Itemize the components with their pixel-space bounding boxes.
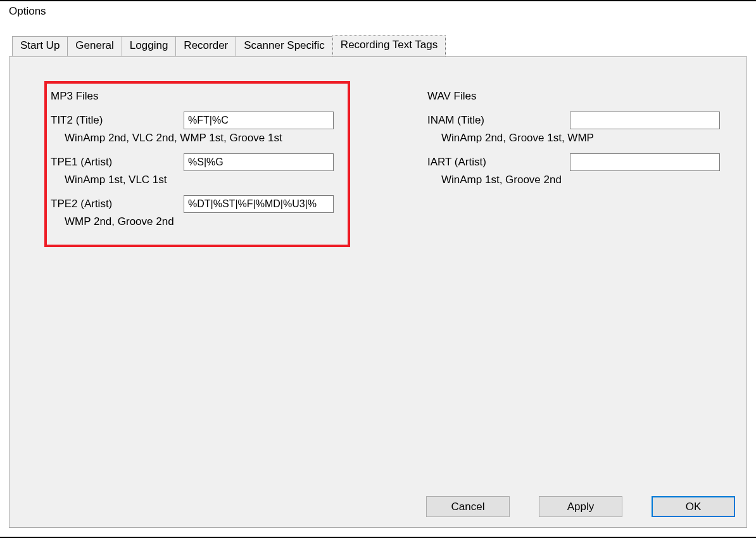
- tpe1-input[interactable]: [184, 153, 334, 171]
- tab-recorder[interactable]: Recorder: [175, 36, 236, 56]
- apply-button[interactable]: Apply: [539, 496, 622, 517]
- tab-start-up[interactable]: Start Up: [12, 36, 68, 56]
- tpe1-row: TPE1 (Artist): [51, 153, 355, 171]
- client-area: Start Up General Logging Recorder Scanne…: [9, 35, 747, 528]
- wav-heading: WAV Files: [427, 90, 744, 103]
- tpe1-label: TPE1 (Artist): [51, 156, 184, 169]
- tabstrip: Start Up General Logging Recorder Scanne…: [9, 35, 747, 56]
- iart-row: IART (Artist): [427, 153, 744, 171]
- tit2-row: TIT2 (Title): [51, 112, 355, 129]
- tab-general[interactable]: General: [67, 36, 122, 56]
- inam-input[interactable]: [570, 112, 720, 129]
- iart-input[interactable]: [570, 153, 720, 171]
- tit2-hint: WinAmp 2nd, VLC 2nd, WMP 1st, Groove 1st: [51, 132, 355, 144]
- options-window: Options Start Up General Logging Recorde…: [0, 0, 756, 538]
- dialog-buttons: Cancel Apply OK: [426, 496, 735, 517]
- tab-content: MP3 Files TIT2 (Title) WinAmp 2nd, VLC 2…: [9, 57, 747, 527]
- tab-logging[interactable]: Logging: [122, 36, 177, 56]
- tpe2-hint: WMP 2nd, Groove 2nd: [51, 215, 355, 228]
- ok-button[interactable]: OK: [652, 496, 735, 517]
- mp3-section: MP3 Files TIT2 (Title) WinAmp 2nd, VLC 2…: [51, 90, 355, 237]
- tpe2-input[interactable]: [184, 195, 334, 213]
- tpe1-hint: WinAmp 1st, VLC 1st: [51, 174, 355, 186]
- window-title: Options: [0, 1, 756, 23]
- inam-label: INAM (Title): [427, 114, 570, 127]
- tpe2-label: TPE2 (Artist): [51, 198, 184, 210]
- inam-hint: WinAmp 2nd, Groove 1st, WMP: [427, 132, 744, 144]
- tab-recording-text-tags[interactable]: Recording Text Tags: [332, 35, 446, 56]
- cancel-button[interactable]: Cancel: [426, 496, 510, 517]
- iart-label: IART (Artist): [427, 156, 570, 169]
- iart-hint: WinAmp 1st, Groove 2nd: [427, 174, 744, 186]
- tabpage-recording-text-tags: MP3 Files TIT2 (Title) WinAmp 2nd, VLC 2…: [9, 56, 747, 528]
- tpe2-row: TPE2 (Artist): [51, 195, 355, 213]
- wav-section: WAV Files INAM (Title) WinAmp 2nd, Groov…: [427, 90, 744, 195]
- inam-row: INAM (Title): [427, 112, 744, 129]
- tit2-input[interactable]: [184, 112, 334, 129]
- tab-scanner-specific[interactable]: Scanner Specific: [236, 36, 333, 56]
- tit2-label: TIT2 (Title): [51, 114, 184, 127]
- mp3-heading: MP3 Files: [51, 90, 355, 103]
